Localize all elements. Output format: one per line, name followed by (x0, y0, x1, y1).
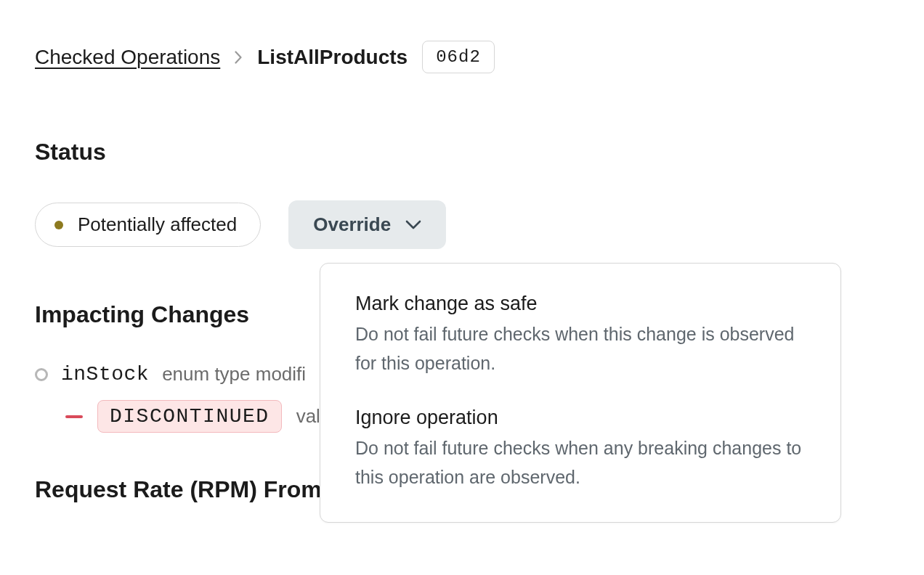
override-dropdown-menu: Mark change as safe Do not fail future c… (320, 263, 841, 523)
dropdown-item-title: Ignore operation (355, 407, 806, 429)
removed-desc: val (296, 405, 320, 428)
operation-hash-badge: 06d2 (422, 41, 495, 73)
dropdown-item-desc: Do not fail future checks when any break… (355, 433, 806, 492)
change-desc: enum type modifi (162, 363, 306, 386)
dropdown-item-desc: Do not fail future checks when this chan… (355, 319, 806, 378)
override-label: Override (313, 213, 391, 236)
removed-enum-value-badge: DISCONTINUED (97, 400, 282, 433)
change-field-name: inStock (61, 363, 149, 386)
chevron-down-icon (405, 220, 421, 230)
status-row: Potentially affected Override Mark chang… (35, 200, 889, 249)
status-pill: Potentially affected (35, 203, 261, 247)
dropdown-item-title: Mark change as safe (355, 293, 806, 315)
override-button[interactable]: Override (288, 200, 446, 249)
status-dot-icon (54, 221, 63, 229)
chevron-right-icon (235, 51, 243, 64)
dropdown-item-mark-safe[interactable]: Mark change as safe Do not fail future c… (355, 285, 806, 385)
minus-icon (65, 415, 83, 418)
circle-bullet-icon (35, 368, 48, 381)
breadcrumb: Checked Operations ListAllProducts 06d2 (35, 41, 889, 73)
breadcrumb-current: ListAllProducts (257, 46, 408, 69)
status-heading: Status (35, 139, 889, 166)
dropdown-item-ignore-operation[interactable]: Ignore operation Do not fail future chec… (355, 399, 806, 499)
breadcrumb-parent-link[interactable]: Checked Operations (35, 46, 220, 69)
status-label: Potentially affected (78, 213, 237, 236)
